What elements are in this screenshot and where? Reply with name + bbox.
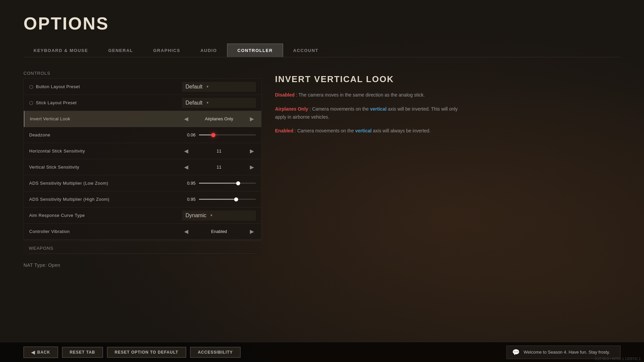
ads-high-slider-thumb[interactable] (234, 197, 238, 201)
horiz-sensitivity-value: 11 (192, 148, 247, 154)
control-row-vibration[interactable]: Controller Vibration ◀ Enabled ▶ (24, 224, 261, 240)
control-row-horiz-sensitivity[interactable]: Horizontal Stick Sensitivity ◀ 11 ▶ (24, 143, 261, 159)
ads-low-value: 0.95 (182, 181, 196, 186)
airplanes-vertical-highlight: vertical (370, 106, 386, 112)
vert-sensitivity-left-arrow[interactable]: ◀ (182, 163, 190, 172)
vert-sensitivity-right-arrow[interactable]: ▶ (248, 163, 256, 172)
control-row-deadzone[interactable]: Deadzone 0.06 (24, 127, 261, 143)
button-layout-label: Button Layout Preset (36, 84, 182, 89)
ads-low-label: ADS Sensitivity Multiplier (Low Zoom) (29, 181, 182, 186)
external-link-icon-2: ⬡ (29, 100, 33, 106)
control-row-button-layout[interactable]: ⬡ Button Layout Preset Default ▼ (24, 79, 261, 95)
airplanes-text-before: : Camera movements on the (310, 106, 370, 112)
aim-response-dropdown[interactable]: Dynamic ▼ (182, 210, 256, 221)
vibration-value: Enabled (192, 229, 247, 234)
disabled-highlight: Disabled (275, 92, 294, 98)
dropdown-arrow-icon-3: ▼ (210, 214, 213, 217)
stick-layout-value: Default (185, 100, 203, 106)
info-airplanes-paragraph: Airplanes Only : Camera movements on the… (275, 105, 470, 121)
vibration-arrow-control[interactable]: ◀ Enabled ▶ (182, 227, 256, 236)
stick-layout-dropdown[interactable]: Default ▼ (182, 98, 256, 108)
deadzone-slider-container: 0.06 (182, 132, 256, 137)
controls-section-label: Controls (23, 71, 262, 76)
ads-low-slider-container: 0.95 (182, 181, 256, 186)
control-row-stick-layout[interactable]: ⬡ Stick Layout Preset Default ▼ (24, 95, 261, 111)
vert-sensitivity-label: Vertical Stick Sensitivity (29, 165, 182, 170)
dropdown-arrow-icon-2: ▼ (206, 101, 209, 105)
button-layout-value: Default (185, 84, 203, 90)
horiz-sensitivity-label: Horizontal Stick Sensitivity (29, 148, 182, 154)
control-row-ads-low[interactable]: ADS Sensitivity Multiplier (Low Zoom) 0.… (24, 175, 261, 191)
airplanes-highlight: Airplanes Only (275, 106, 308, 112)
tab-audio[interactable]: AUDIO (190, 44, 227, 57)
enabled-text-before: : Camera movements on the (294, 128, 355, 133)
stick-layout-label: Stick Layout Preset (36, 100, 182, 105)
invert-vertical-label: Invert Vertical Look (30, 116, 182, 121)
aim-response-value: Dynamic (185, 213, 206, 219)
external-link-icon: ⬡ (29, 84, 33, 89)
deadzone-slider-fill (199, 134, 211, 135)
control-row-ads-high[interactable]: ADS Sensitivity Multiplier (High Zoom) 0… (24, 191, 261, 207)
ads-low-slider-thumb[interactable] (236, 181, 240, 185)
info-enabled-paragraph: Enabled : Camera movements on the vertic… (275, 127, 470, 135)
invert-vertical-arrow-control[interactable]: ◀ Airplanes Only ▶ (182, 114, 256, 123)
enabled-vertical-highlight: vertical (355, 128, 372, 133)
deadzone-value: 0.06 (182, 132, 196, 137)
horiz-sensitivity-arrow-control[interactable]: ◀ 11 ▶ (182, 146, 256, 156)
ads-low-slider-track[interactable] (199, 183, 256, 184)
weapons-section: Weapons (23, 241, 262, 256)
tab-general[interactable]: GENERAL (98, 44, 143, 57)
content-area: Controls ⬡ Button Layout Preset Default … (23, 71, 621, 346)
horiz-sensitivity-left-arrow[interactable]: ◀ (182, 146, 190, 156)
tab-account[interactable]: ACCOUNT (283, 44, 329, 57)
vibration-label: Controller Vibration (29, 229, 182, 234)
ads-high-value: 0.95 (182, 197, 196, 202)
deadzone-slider-track[interactable] (199, 134, 256, 135)
info-disabled-paragraph: Disabled : The camera moves in the same … (275, 91, 470, 99)
control-row-vert-sensitivity[interactable]: Vertical Stick Sensitivity ◀ 11 ▶ (24, 159, 261, 175)
control-row-invert-vertical[interactable]: Invert Vertical Look ◀ Airplanes Only ▶ (24, 111, 261, 127)
tab-controller[interactable]: CONTROLLER (227, 44, 283, 57)
weapons-divider (29, 253, 256, 254)
nat-type: NAT Type: Open (23, 262, 262, 268)
enabled-highlight: Enabled (275, 128, 293, 133)
page-title: OPTIONS (23, 13, 621, 34)
invert-vertical-value: Airplanes Only (192, 116, 247, 121)
left-panel: Controls ⬡ Button Layout Preset Default … (23, 71, 262, 346)
deadzone-label: Deadzone (29, 132, 182, 137)
disabled-text: : The camera moves in the same direction… (296, 92, 425, 98)
info-title: INVERT VERTICAL LOOK (275, 74, 621, 84)
vibration-right-arrow[interactable]: ▶ (248, 227, 256, 236)
weapons-section-label: Weapons (29, 246, 256, 251)
enabled-text-after: axis will always be inverted. (373, 128, 431, 133)
tab-keyboard-mouse[interactable]: KEYBOARD & MOUSE (23, 44, 98, 57)
ads-high-label: ADS Sensitivity Multiplier (High Zoom) (29, 197, 182, 202)
ads-high-slider-track[interactable] (199, 199, 256, 200)
controls-list: ⬡ Button Layout Preset Default ▼ ⬡ Stick… (23, 78, 262, 240)
invert-vertical-right-arrow[interactable]: ▶ (248, 114, 256, 123)
deadzone-slider-thumb[interactable] (211, 133, 215, 137)
vert-sensitivity-arrow-control[interactable]: ◀ 11 ▶ (182, 163, 256, 172)
ads-high-slider-container: 0.95 (182, 197, 256, 202)
horiz-sensitivity-right-arrow[interactable]: ▶ (248, 146, 256, 156)
right-panel: INVERT VERTICAL LOOK Disabled : The came… (275, 71, 621, 346)
tab-graphics[interactable]: GRAPHICS (143, 44, 191, 57)
main-container: OPTIONS KEYBOARD & MOUSE GENERAL GRAPHIC… (0, 0, 644, 362)
vert-sensitivity-value: 11 (192, 165, 247, 170)
button-layout-dropdown[interactable]: Default ▼ (182, 82, 256, 92)
vibration-left-arrow[interactable]: ◀ (182, 227, 190, 236)
nav-tabs: KEYBOARD & MOUSE GENERAL GRAPHICS AUDIO … (23, 44, 621, 57)
invert-vertical-left-arrow[interactable]: ◀ (182, 114, 190, 123)
ads-low-slider-fill (199, 183, 236, 184)
ads-high-slider-fill (199, 199, 234, 200)
aim-response-label: Aim Response Curve Type (29, 213, 182, 218)
dropdown-arrow-icon: ▼ (206, 85, 209, 88)
control-row-aim-response[interactable]: Aim Response Curve Type Dynamic ▼ (24, 207, 261, 224)
